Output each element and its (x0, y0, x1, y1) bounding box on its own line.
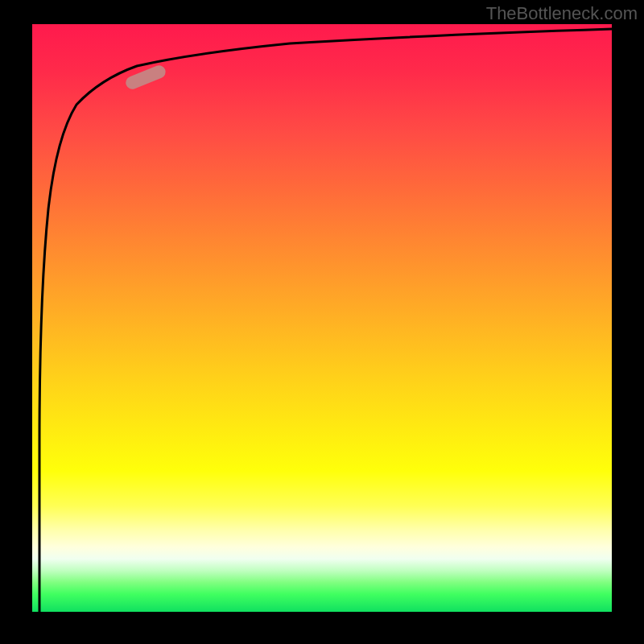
chart-curve (32, 24, 612, 612)
watermark-text: TheBottleneck.com (486, 3, 638, 24)
curve-path (39, 29, 612, 612)
